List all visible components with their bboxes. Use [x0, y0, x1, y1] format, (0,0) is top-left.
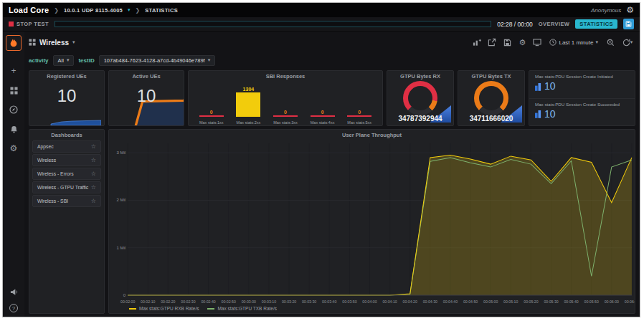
panel-title[interactable]: Dashboards	[29, 130, 104, 139]
add-panel-button[interactable]	[471, 37, 483, 48]
refresh-button[interactable]: ▾	[620, 37, 635, 48]
legend-label: Max stats:GTPU RXB Rate/s	[139, 306, 199, 311]
dashboard-link-label: Wireless - SBI	[37, 198, 68, 203]
bar-gauge-icon	[535, 82, 541, 91]
sbi-bar-chart: 0Max stats:1xx1304Max stats:2xx0Max stat…	[189, 80, 382, 125]
breadcrumb-page: STATISTICS	[145, 7, 178, 14]
flame-icon	[9, 38, 19, 48]
star-icon[interactable]: ☆	[91, 184, 96, 191]
cycle-view-button[interactable]	[531, 37, 543, 48]
panel-title[interactable]: SBI Responses	[189, 71, 382, 80]
dashboard-link-label: Wireless	[37, 158, 56, 163]
elapsed-time: 02:28 / 00:00	[497, 21, 533, 28]
gtpu-tx-gauge: 34711666020	[458, 81, 524, 125]
sbi-bar-label: Max stats:3xx	[273, 120, 298, 125]
share-button[interactable]	[486, 37, 498, 48]
panel-dashboards: Dashboards Appsec☆Wireless☆Wireless - Er…	[29, 129, 105, 314]
time-range-button[interactable]: Last 1 minute ▾	[546, 39, 601, 46]
panel-title[interactable]: Active UEs	[109, 71, 184, 80]
chevron-down-icon: ▾	[630, 39, 633, 45]
sidebar-item-help[interactable]: ?	[9, 304, 18, 312]
plus-icon: +	[11, 66, 16, 76]
gauge-arc	[474, 81, 508, 115]
pdu-stat: Max stats:PDU Session Create Initiated10	[529, 71, 635, 99]
dashboard-link[interactable]: Wireless - SBI☆	[32, 195, 101, 207]
chevron-down-icon: ▾	[67, 57, 70, 63]
registered-ues-value: 10	[29, 87, 104, 105]
stop-test-button[interactable]: STOP TEST	[9, 21, 49, 27]
gear-icon: ⚙	[519, 38, 526, 47]
pdu-stat-label: Max stats:PDU Session Create Initiated	[535, 74, 629, 79]
bar-chart-plus-icon	[473, 38, 481, 47]
panel-title[interactable]: GTPU Bytes TX	[458, 71, 524, 80]
sidebar-item-alerts[interactable]	[6, 122, 22, 136]
dashboard-link[interactable]: Wireless - Errors☆	[32, 168, 101, 180]
star-icon[interactable]: ☆	[91, 157, 96, 163]
panel-title[interactable]: User Plane Throughput	[109, 130, 635, 139]
filter-testid-label: testID	[78, 57, 94, 64]
chart-legend: Max stats:GTPU RXB Rate/sMax stats:GTPU …	[109, 304, 635, 313]
test-progress-bar	[55, 21, 491, 27]
stats-panel-row: Registered UEs 10 Active UEs 10 SBI Resp…	[29, 70, 635, 126]
sidebar-item-notifications[interactable]	[6, 284, 22, 299]
sbi-bar	[236, 92, 260, 117]
chevron-down-icon[interactable]: ▾	[72, 39, 75, 45]
dashboards-grid-icon	[10, 87, 18, 95]
panel-title[interactable]: GTPU Bytes RX	[387, 71, 453, 80]
sidebar-item-dashboards[interactable]	[6, 83, 22, 97]
sidebar-item-create[interactable]: +	[6, 64, 22, 78]
dashboard-title[interactable]: Wireless	[39, 39, 69, 47]
filter-testid-select[interactable]: 107ab484-7623-4128-a7cd-4b49046e789f ▾	[99, 55, 215, 66]
sbi-bar-group: 0Max stats:3xx	[270, 80, 301, 117]
zoom-out-button[interactable]	[605, 37, 616, 48]
save-results-button[interactable]	[623, 19, 634, 29]
panel-gtpu-bytes-rx: GTPU Bytes RX 34787392944	[387, 70, 454, 126]
tab-statistics[interactable]: STATISTICS	[575, 19, 617, 29]
panel-title[interactable]: Registered UEs	[29, 71, 104, 80]
panel-gtpu-bytes-tx: GTPU Bytes TX 34711666020	[458, 70, 525, 126]
filter-row: activity All ▾ testID 107ab484-7623-4128…	[29, 53, 635, 67]
settings-gear-icon[interactable]: ⚙	[626, 6, 634, 14]
sbi-bar-value: 0	[210, 110, 213, 115]
gtpu-rx-gauge: 34787392944	[387, 81, 453, 125]
sbi-bar-label: Max stats:2xx	[237, 120, 261, 125]
pdu-stat-value: 10	[544, 80, 556, 92]
tab-overview[interactable]: OVERVIEW	[539, 21, 570, 27]
top-bar: Load Core ❯ 10.0.1 UDP 8115-4005 ▾ ❯ STA…	[3, 3, 640, 17]
legend-color-swatch	[129, 308, 136, 310]
grafana-logo[interactable]	[6, 35, 22, 51]
help-icon: ?	[12, 305, 15, 312]
dashboard-settings-button[interactable]: ⚙	[516, 37, 528, 48]
legend-item[interactable]: Max stats:GTPU RXB Rate/s	[129, 306, 199, 311]
filter-activity-select[interactable]: All ▾	[53, 55, 75, 66]
sidebar-item-explore[interactable]	[6, 102, 22, 117]
star-icon[interactable]: ☆	[91, 171, 96, 177]
throughput-chart[interactable]: 3 Mil2 Mil1 Mil000:02:0000:02:1000:02:20…	[109, 139, 635, 304]
star-icon[interactable]: ☆	[91, 143, 96, 150]
sidebar-item-config[interactable]: ⚙	[6, 141, 22, 155]
stop-icon	[9, 21, 14, 27]
svg-text:3 Mil: 3 Mil	[116, 150, 126, 155]
dashboard-toolbar: Wireless ▾ ⚙ Last 1 minute	[29, 34, 635, 50]
chevron-down-icon[interactable]: ▾	[128, 7, 131, 13]
sbi-bar-value: 1304	[243, 87, 255, 92]
dashboard-link[interactable]: Wireless☆	[32, 154, 101, 166]
sbi-bar	[273, 115, 298, 117]
dashboard-main: Wireless ▾ ⚙ Last 1 minute	[24, 32, 640, 317]
bar-gauge-icon	[535, 109, 541, 118]
app-title: Load Core	[9, 6, 49, 14]
legend-item[interactable]: Max stats:GTPU TXB Rate/s	[207, 306, 277, 311]
megaphone-icon	[10, 288, 18, 296]
dashboard-link[interactable]: Wireless - GTPU Traffic☆	[32, 181, 101, 193]
svg-text:0: 0	[123, 293, 126, 297]
star-icon[interactable]: ☆	[91, 198, 96, 204]
breadcrumb-test-name[interactable]: 10.0.1 UDP 8115-4005	[64, 7, 123, 14]
pdu-stat-value: 10	[544, 108, 556, 120]
sbi-bar	[199, 115, 224, 117]
filter-testid-value: 107ab484-7623-4128-a7cd-4b49046e789f	[104, 57, 205, 64]
save-dashboard-button[interactable]	[501, 37, 513, 48]
dashboard-link[interactable]: Appsec☆	[32, 140, 101, 153]
dashboards-list: Appsec☆Wireless☆Wireless - Errors☆Wirele…	[29, 139, 104, 209]
sbi-bar-label: Max stats:1xx	[199, 120, 224, 125]
sbi-bar-value: 0	[358, 110, 361, 115]
